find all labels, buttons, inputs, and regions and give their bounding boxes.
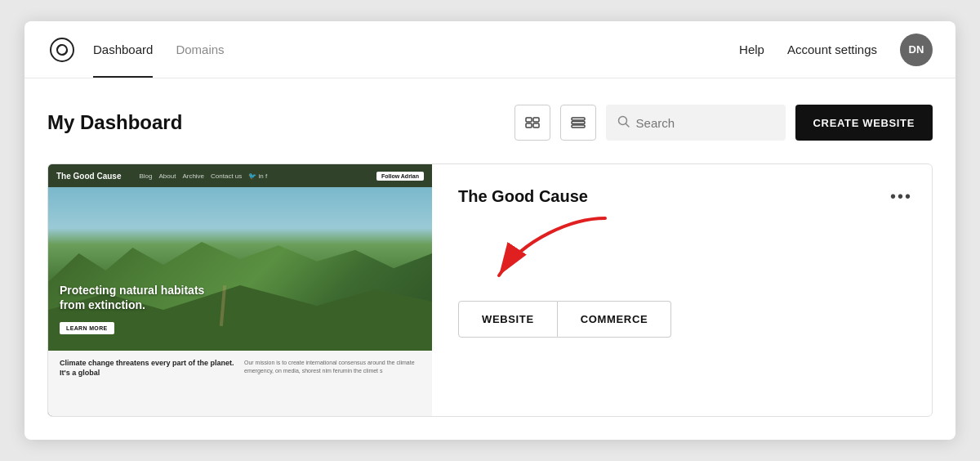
page-title: My Dashboard <box>47 111 182 134</box>
preview-bottom-right: Our mission is to create international c… <box>244 359 421 381</box>
card-view-icon <box>525 117 540 128</box>
preview-bottom-left-title: Climate change threatens every part of t… <box>60 359 236 378</box>
nav-dashboard[interactable]: Dashboard <box>93 21 153 78</box>
create-website-button[interactable]: CREATE WEBSITE <box>795 105 933 141</box>
nav-domains[interactable]: Domains <box>176 21 224 78</box>
svg-line-8 <box>626 124 629 128</box>
preview-bottom: Climate change threatens every part of t… <box>48 351 432 416</box>
nav-help[interactable]: Help <box>739 43 764 56</box>
card-view-button[interactable] <box>514 105 550 141</box>
card-more-options-button[interactable]: ••• <box>890 187 912 206</box>
search-box <box>606 105 786 141</box>
preview-follow-btn: Follow Adrian <box>376 172 424 181</box>
svg-rect-3 <box>533 123 539 128</box>
svg-rect-6 <box>572 125 585 128</box>
preview-nav-archive: Archive <box>182 172 204 180</box>
card-info: The Good Cause ••• WEBSITE <box>432 164 932 416</box>
arrow-annotation <box>458 222 906 288</box>
svg-rect-2 <box>526 123 532 128</box>
squarespace-logo <box>47 35 77 65</box>
search-input[interactable] <box>636 116 774 130</box>
preview-nav-logo: The Good Cause <box>56 172 121 181</box>
card-site-title: The Good Cause <box>458 187 906 206</box>
preview-nav-bar: The Good Cause Blog About Archive Contac… <box>48 164 432 187</box>
toolbar: My Dashboard <box>47 105 933 141</box>
svg-rect-5 <box>572 122 585 124</box>
nav-right: Help Account settings DN <box>739 34 933 66</box>
top-nav: Dashboard Domains Help Account settings … <box>24 21 956 78</box>
website-card: The Good Cause Blog About Archive Contac… <box>47 163 933 417</box>
preview-nav-social: 🐦 in f <box>248 172 267 180</box>
preview-nav-blog: Blog <box>139 172 152 180</box>
preview-bottom-cols: Climate change threatens every part of t… <box>60 359 421 381</box>
preview-bottom-left: Climate change threatens every part of t… <box>60 359 236 381</box>
card-preview: The Good Cause Blog About Archive Contac… <box>48 164 432 416</box>
app-window: Dashboard Domains Help Account settings … <box>24 21 956 440</box>
preview-nav-contact: Contact us <box>211 172 242 180</box>
preview-learn-more-btn: LEARN MORE <box>60 322 114 334</box>
preview-hero-image: Protecting natural habitats from extinct… <box>48 187 432 351</box>
website-button[interactable]: WEBSITE <box>458 301 558 338</box>
svg-rect-0 <box>526 118 532 122</box>
preview-bottom-right-text: Our mission is to create international c… <box>244 359 421 375</box>
red-arrow-svg <box>474 214 638 288</box>
svg-rect-4 <box>572 118 585 120</box>
nav-account-settings[interactable]: Account settings <box>787 43 877 56</box>
search-icon <box>617 115 630 130</box>
nav-links: Dashboard Domains <box>93 21 225 78</box>
list-view-button[interactable] <box>560 105 596 141</box>
svg-rect-1 <box>533 118 539 122</box>
preview-nav-links: Blog About Archive Contact us 🐦 in f <box>139 172 267 180</box>
commerce-button[interactable]: COMMERCE <box>558 301 671 338</box>
list-view-icon <box>571 117 586 128</box>
preview-nav-about: About <box>158 172 176 180</box>
main-content: My Dashboard <box>24 78 956 440</box>
preview-hero-title: Protecting natural habitats from extinct… <box>60 283 223 312</box>
avatar[interactable]: DN <box>900 34 933 66</box>
preview-hero-text: Protecting natural habitats from extinct… <box>60 283 223 334</box>
action-buttons: WEBSITE COMMERCE <box>458 301 906 338</box>
